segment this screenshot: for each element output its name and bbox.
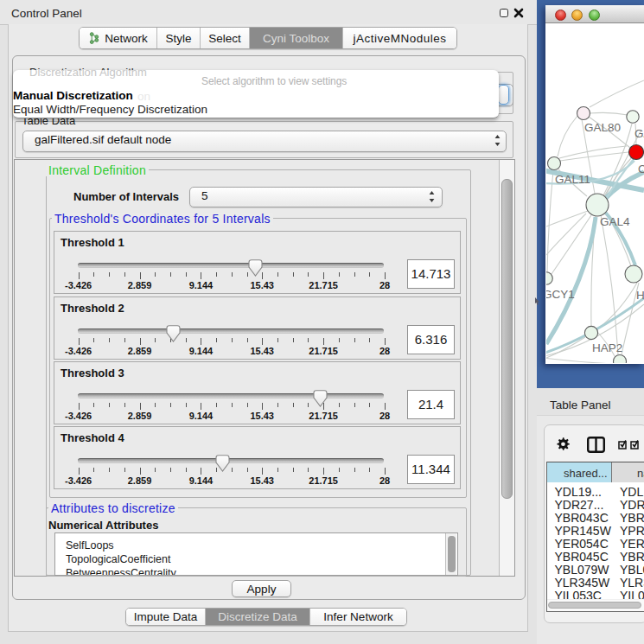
svg-text:GAL: GAL: [634, 127, 644, 140]
svg-text:GCY1: GCY1: [546, 288, 575, 301]
svg-text:HIS: HIS: [636, 289, 644, 302]
svg-text:GAL11: GAL11: [555, 173, 590, 186]
svg-text:HAP2: HAP2: [592, 341, 622, 354]
svg-text:CR: CR: [638, 163, 644, 175]
svg-text:GAL4: GAL4: [600, 215, 630, 228]
svg-text:GAL80: GAL80: [584, 121, 621, 134]
